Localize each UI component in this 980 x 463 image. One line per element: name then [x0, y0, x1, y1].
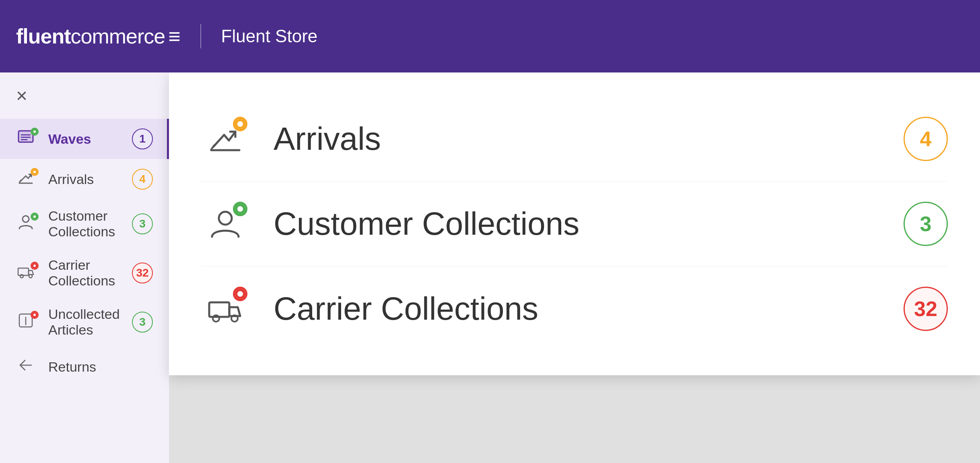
header-divider — [200, 24, 201, 48]
svg-point-9 — [29, 275, 32, 278]
waves-status-dot — [31, 128, 39, 136]
arrivals-status-dot — [31, 168, 39, 176]
popup-arrivals-label: Arrivals — [274, 120, 904, 157]
sidebar-item-arrivals-label: Arrivals — [48, 172, 132, 187]
sidebar-uncollected-badge: 3 — [132, 312, 153, 333]
popup-arrivals-status — [233, 117, 247, 131]
sidebar-item-waves[interactable]: Waves 1 — [0, 119, 169, 159]
popup-panel: Arrivals 4 Customer Collections 3 — [169, 72, 980, 375]
logo-light: commerce — [71, 25, 165, 48]
sidebar-waves-badge: 1 — [132, 128, 153, 149]
sidebar-customer-badge: 3 — [132, 213, 153, 234]
sidebar-item-customer-label: Customer Collections — [48, 208, 132, 240]
sidebar-item-carrier-collections[interactable]: Carrier Collections 32 — [0, 248, 169, 298]
sidebar-item-customer-collections[interactable]: Customer Collections 3 — [0, 199, 169, 248]
popup-customer-status — [233, 202, 247, 216]
returns-icon-wrap — [16, 356, 39, 378]
uncollected-icon-wrap — [16, 311, 39, 333]
svg-rect-15 — [209, 302, 229, 317]
customer-status-dot — [31, 213, 39, 221]
carrier-icon-wrap — [16, 262, 39, 284]
sidebar-item-uncollected-label: Uncollected Articles — [48, 306, 132, 338]
popup-arrivals-badge: 4 — [904, 117, 948, 161]
popup-carrier-icon-wrap — [201, 289, 249, 329]
popup-customer-label: Customer Collections — [274, 205, 904, 242]
customer-icon-wrap — [16, 213, 39, 235]
svg-point-6 — [23, 216, 29, 222]
popup-customer-icon-wrap — [201, 204, 249, 244]
sidebar: × Waves 1 — [0, 72, 169, 463]
main-layout: × Waves 1 — [0, 72, 980, 463]
sidebar-item-returns[interactable]: Returns — [0, 347, 169, 387]
popup-carrier-status — [233, 287, 247, 301]
store-name: Fluent Store — [221, 26, 318, 46]
sidebar-item-uncollected[interactable]: Uncollected Articles 3 — [0, 298, 169, 347]
svg-point-12 — [25, 324, 27, 325]
carrier-status-dot — [31, 262, 39, 270]
popup-row-arrivals[interactable]: Arrivals 4 — [201, 97, 948, 182]
popup-row-carrier[interactable]: Carrier Collections 32 — [201, 267, 948, 351]
sidebar-carrier-badge: 32 — [132, 263, 153, 283]
popup-carrier-label: Carrier Collections — [274, 290, 904, 327]
logo: fluentcommerce≡ — [16, 24, 180, 48]
sidebar-item-arrivals[interactable]: Arrivals 4 — [0, 159, 169, 199]
logo-symbol: ≡ — [168, 25, 180, 48]
content-area: Arrivals 4 Customer Collections 3 — [169, 72, 980, 463]
header: fluentcommerce≡ Fluent Store — [0, 0, 980, 72]
close-button[interactable]: × — [0, 72, 169, 119]
waves-icon-wrap — [16, 128, 39, 150]
sidebar-arrivals-badge: 4 — [132, 169, 153, 190]
popup-customer-badge: 3 — [904, 202, 948, 246]
logo-bold: fluent — [16, 25, 71, 48]
sidebar-item-returns-label: Returns — [48, 359, 153, 375]
returns-icon — [16, 356, 35, 375]
svg-point-8 — [20, 275, 23, 278]
uncollected-status-dot — [31, 311, 39, 319]
popup-row-customer[interactable]: Customer Collections 3 — [201, 182, 948, 267]
svg-point-14 — [219, 212, 232, 225]
logo-area: fluentcommerce≡ Fluent Store — [16, 24, 317, 48]
popup-carrier-badge: 32 — [904, 287, 948, 331]
sidebar-item-carrier-label: Carrier Collections — [48, 257, 132, 289]
sidebar-item-waves-label: Waves — [48, 131, 132, 147]
popup-arrivals-icon-wrap — [201, 119, 249, 159]
arrivals-icon-wrap — [16, 168, 39, 190]
svg-rect-7 — [18, 268, 29, 275]
